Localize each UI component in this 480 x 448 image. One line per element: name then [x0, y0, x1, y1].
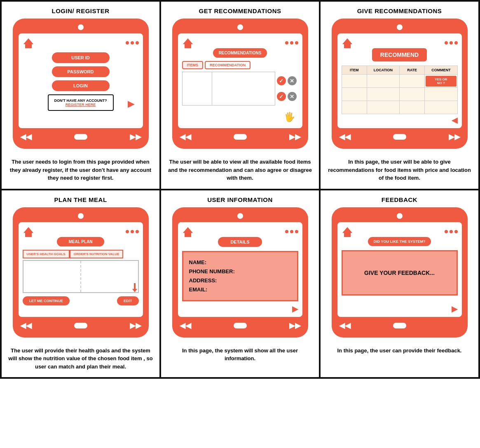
tablet-bottom-give-rec: ◀◀ ▶▶	[337, 132, 462, 141]
cell-title-give-rec: GIVE RECOMMENDATIONS	[321, 2, 478, 19]
home-icon-login	[23, 38, 34, 48]
tab-items[interactable]: ITEMS	[182, 61, 204, 69]
home-icon-give-rec	[342, 38, 353, 48]
fwd-arrows-get-rec[interactable]: ▶▶	[289, 132, 301, 141]
chat-icon-login	[126, 41, 139, 45]
hand-icon-meal	[131, 283, 139, 295]
cell-title-plan-meal: PLAN THE MEAL	[2, 190, 159, 207]
cell-title-get-rec: GET RECOMMENDATIONS	[161, 2, 319, 19]
home-btn-user-info[interactable]	[234, 323, 247, 328]
tablet-user-info: DETAILS NAME: PHONE NUMBER: ADDRESS: EMA…	[172, 207, 308, 338]
meal-left-panel	[23, 261, 81, 292]
x-icon-2[interactable]: ✕	[288, 92, 297, 101]
cell-give-rec: GIVE RECOMMENDATIONS RECOMMEND ITEM	[320, 1, 479, 190]
tablet-bottom-plan-meal: ◀◀ ▶▶	[19, 321, 143, 330]
tablet-bottom-user-info: ◀◀ ▶▶	[178, 321, 302, 330]
meal-right-panel	[81, 261, 138, 292]
td-location-3	[367, 101, 399, 114]
top-bar-feedback	[342, 226, 458, 237]
recommend-btn[interactable]: RECOMMEND	[372, 48, 427, 61]
home-btn-give-rec[interactable]	[393, 134, 406, 140]
edit-btn[interactable]: EDIT	[117, 296, 139, 305]
cursor-icon-user-info: ▶	[292, 304, 298, 314]
chat-icon-feedback	[445, 230, 458, 233]
rec-table	[182, 72, 275, 106]
home-btn-plan-meal[interactable]	[74, 323, 87, 328]
td-item-3	[342, 101, 367, 114]
top-notch-give-rec	[397, 24, 403, 30]
back-arrows-user-info[interactable]: ◀◀	[180, 321, 191, 330]
td-rate-1	[399, 75, 424, 88]
hand-icon-get-rec: 🖐	[284, 112, 295, 122]
yes-no-btn[interactable]: YES ORNO ?	[426, 76, 456, 87]
fwd-arrows-user-info[interactable]: ▶▶	[289, 321, 301, 330]
svg-marker-1	[183, 38, 193, 48]
home-icon-feedback	[342, 226, 353, 237]
td-location-2	[367, 88, 399, 101]
cell-title-login: LOGIN/ REGISTER	[2, 2, 159, 19]
x-icon-1[interactable]: ✕	[288, 76, 297, 85]
back-arrows-plan-meal[interactable]: ◀◀	[20, 321, 32, 330]
cursor-icon-login: ▶	[128, 99, 135, 109]
tab-health-goals[interactable]: USER'S HEALTH GOALS	[23, 250, 70, 258]
register-link[interactable]: REGISTER HERE	[66, 103, 96, 107]
top-bar-login	[23, 38, 139, 48]
fwd-arrows-give-rec[interactable]: ▶▶	[449, 132, 460, 141]
tablet-bottom-login: ◀◀ ▶▶	[19, 132, 143, 141]
rec-table-area: ✓ ✕ ✓ ✕	[182, 72, 298, 106]
top-notch-feedback	[397, 213, 403, 219]
cell-title-feedback: FEEDBACK	[321, 190, 478, 207]
let-me-continue-btn[interactable]: LET ME CONTINUE	[23, 296, 70, 305]
svg-marker-0	[23, 38, 33, 48]
tab-nutrition[interactable]: ORDER'S NUTRITION VALUE	[70, 250, 124, 258]
user-info-box: NAME: PHONE NUMBER: ADDRESS: EMAIL:	[182, 251, 298, 301]
home-icon-plan-meal	[23, 226, 34, 237]
login-btn[interactable]: LOGIN	[52, 80, 110, 91]
tablet-get-rec: RECOMMENDATIONS ITEMS RECOMMENDATION ✓ ✕	[172, 19, 308, 149]
td-comment-1: YES ORNO ?	[425, 75, 457, 88]
back-arrows-login[interactable]: ◀◀	[20, 132, 32, 141]
register-box: DON'T HAVE ANY ACCOUNT? REGISTER HERE	[48, 94, 114, 111]
tablet-login: USER ID PASSWORD LOGIN DON'T HAVE ANY AC…	[13, 19, 149, 149]
desc-user-info: In this page, the system will show all t…	[161, 342, 319, 369]
tablet-feedback: DID YOU LIKE THE SYSTEM? GIVE YOUR FEEDB…	[332, 207, 468, 338]
home-btn-get-rec[interactable]	[234, 134, 247, 140]
tablet-bottom-get-rec: ◀◀ ▶▶	[178, 132, 302, 141]
screen-plan-meal: MEAL PLAN USER'S HEALTH GOALS ORDER'S NU…	[19, 222, 143, 317]
meal-action-btns: LET ME CONTINUE EDIT	[23, 296, 139, 305]
td-rate-2	[399, 88, 424, 101]
fwd-arrows-plan-meal[interactable]: ▶▶	[130, 321, 141, 330]
tab-recommendation[interactable]: RECOMMENDATION	[205, 61, 251, 69]
userid-btn[interactable]: USER ID	[52, 52, 110, 63]
back-arrows-feedback[interactable]: ◀◀	[339, 321, 351, 330]
fwd-arrows-login[interactable]: ▶▶	[130, 132, 141, 141]
svg-marker-4	[183, 227, 193, 237]
cell-login-register: LOGIN/ REGISTER USER ID PASSWORD LOGIN	[1, 1, 160, 190]
screen-login: USER ID PASSWORD LOGIN DON'T HAVE ANY AC…	[19, 33, 143, 128]
recommendations-btn[interactable]: RECOMMENDATIONS	[213, 48, 267, 58]
screen-get-rec: RECOMMENDATIONS ITEMS RECOMMENDATION ✓ ✕	[178, 33, 302, 128]
meal-content	[23, 260, 139, 293]
feedback-box[interactable]: GIVE YOUR FEEDBACK...	[342, 250, 458, 296]
back-arrows-give-rec[interactable]: ◀◀	[339, 132, 351, 141]
home-btn-login[interactable]	[74, 134, 87, 140]
back-arrows-get-rec[interactable]: ◀◀	[180, 132, 191, 141]
th-rate: RATE	[399, 66, 424, 75]
check-icon-1[interactable]: ✓	[277, 76, 286, 85]
cell-feedback: FEEDBACK DID YOU LIKE THE SYSTEM? GIVE Y…	[320, 190, 479, 378]
home-icon-get-rec	[182, 38, 194, 48]
check-icon-2[interactable]: ✓	[277, 92, 286, 101]
rec-tabs: ITEMS RECOMMENDATION	[182, 61, 298, 69]
th-comment: COMMENT	[425, 66, 457, 75]
td-rate-3	[399, 101, 424, 114]
meal-plan-btn[interactable]: MEAL PLAN	[57, 237, 104, 246]
meal-tabs: USER'S HEALTH GOALS ORDER'S NUTRITION VA…	[23, 250, 139, 258]
home-btn-feedback[interactable]	[393, 323, 406, 328]
details-btn[interactable]: DETAILS	[218, 237, 262, 247]
feedback-question-btn[interactable]: DID YOU LIKE THE SYSTEM?	[368, 237, 431, 246]
desc-feedback: In this page, the user can provide their…	[331, 342, 468, 361]
give-rec-row-3	[342, 101, 457, 114]
top-notch-login	[78, 24, 84, 30]
password-btn[interactable]: PASSWORD	[52, 66, 110, 77]
cell-get-rec: GET RECOMMENDATIONS RECOMMENDATIONS ITEM…	[160, 1, 320, 190]
